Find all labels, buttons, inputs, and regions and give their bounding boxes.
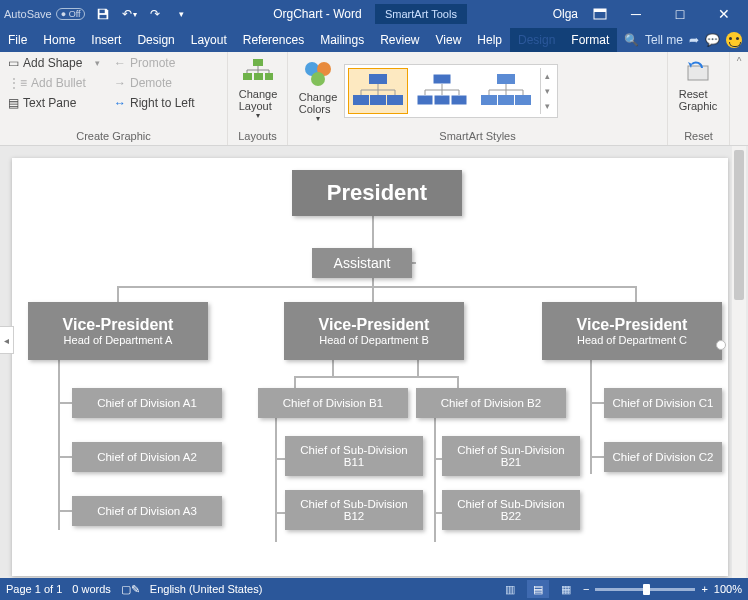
- status-page[interactable]: Page 1 of 1: [6, 583, 62, 595]
- zoom-level[interactable]: 100%: [714, 583, 742, 595]
- tab-smartart-design[interactable]: Design: [510, 28, 563, 52]
- tab-view[interactable]: View: [428, 28, 470, 52]
- style-option-3[interactable]: [476, 68, 536, 114]
- save-icon[interactable]: [91, 3, 115, 25]
- group-reset-label: Reset: [672, 128, 725, 145]
- status-language[interactable]: English (United States): [150, 583, 263, 595]
- smiley-feedback-icon[interactable]: [726, 32, 742, 48]
- svg-rect-17: [497, 74, 515, 84]
- qat-customize-icon[interactable]: ▾: [169, 3, 193, 25]
- gallery-scroll-up-icon[interactable]: ▴: [541, 68, 554, 83]
- org-president[interactable]: President: [292, 170, 462, 216]
- proofing-icon[interactable]: ▢✎: [121, 583, 140, 596]
- org-chief-b21[interactable]: Chief of Sun-Division B21: [442, 436, 580, 476]
- autosave-toggle[interactable]: AutoSave ● Off: [4, 8, 85, 20]
- promote-button[interactable]: ←Promote: [110, 54, 222, 72]
- org-vp-a[interactable]: Vice-PresidentHead of Department A: [28, 302, 208, 360]
- gallery-more-icon[interactable]: ▾: [541, 99, 554, 114]
- ribbon-display-icon[interactable]: [588, 3, 612, 25]
- org-chief-b12[interactable]: Chief of Sub-Division B12: [285, 490, 423, 530]
- status-words[interactable]: 0 words: [72, 583, 111, 595]
- org-chief-b11[interactable]: Chief of Sub-Division B11: [285, 436, 423, 476]
- group-layouts-label: Layouts: [232, 128, 283, 145]
- org-chief-b22[interactable]: Chief of Sub-Division B22: [442, 490, 580, 530]
- share-icon[interactable]: ➦: [689, 33, 699, 47]
- chevron-down-icon: ▾: [316, 115, 320, 124]
- tab-layout[interactable]: Layout: [183, 28, 235, 52]
- org-chief-c1[interactable]: Chief of Division C1: [604, 388, 722, 418]
- status-bar: Page 1 of 1 0 words ▢✎ English (United S…: [0, 578, 748, 600]
- chevron-down-icon: ▾: [256, 112, 260, 121]
- chevron-down-icon: ▾: [95, 58, 100, 68]
- tab-file[interactable]: File: [0, 28, 35, 52]
- maximize-button[interactable]: □: [660, 0, 700, 28]
- tab-design[interactable]: Design: [129, 28, 182, 52]
- zoom-slider-thumb[interactable]: [643, 584, 650, 595]
- document-page[interactable]: President Assistant Vice-PresidentHead o…: [12, 158, 728, 576]
- context-tab-label: SmartArt Tools: [375, 4, 467, 24]
- tab-smartart-format[interactable]: Format: [563, 28, 617, 52]
- zoom-out-icon[interactable]: −: [583, 583, 589, 595]
- reset-graphic-icon: [683, 56, 713, 86]
- bullet-icon: ⋮≡: [8, 76, 27, 90]
- comments-icon[interactable]: 💬: [705, 33, 720, 47]
- tab-insert[interactable]: Insert: [83, 28, 129, 52]
- ribbon: ▭Add Shape▾ ⋮≡Add Bullet ▤Text Pane ←Pro…: [0, 52, 748, 146]
- arrow-left-icon: ←: [114, 56, 126, 70]
- add-shape-icon: ▭: [8, 56, 19, 70]
- org-chief-a1[interactable]: Chief of Division A1: [72, 388, 222, 418]
- redo-icon[interactable]: ↷: [143, 3, 167, 25]
- tab-mailings[interactable]: Mailings: [312, 28, 372, 52]
- text-pane-icon: ▤: [8, 96, 19, 110]
- svg-rect-5: [265, 73, 273, 80]
- ribbon-tabs: File Home Insert Design Layout Reference…: [0, 28, 748, 52]
- smartart-handle[interactable]: [716, 340, 726, 350]
- vertical-scrollbar[interactable]: [732, 146, 746, 578]
- zoom-slider[interactable]: [595, 588, 695, 591]
- org-vp-b[interactable]: Vice-PresidentHead of Department B: [284, 302, 464, 360]
- org-chief-a2[interactable]: Chief of Division A2: [72, 442, 222, 472]
- tab-home[interactable]: Home: [35, 28, 83, 52]
- org-assistant[interactable]: Assistant: [312, 248, 412, 278]
- web-layout-icon[interactable]: ▦: [555, 580, 577, 598]
- change-layout-button[interactable]: Change Layout ▾: [232, 54, 284, 123]
- search-icon[interactable]: 🔍: [624, 33, 639, 47]
- org-chief-b1[interactable]: Chief of Division B1: [258, 388, 408, 418]
- add-bullet-button[interactable]: ⋮≡Add Bullet: [4, 74, 104, 92]
- user-name[interactable]: Olga: [553, 7, 578, 21]
- svg-rect-10: [353, 95, 369, 105]
- gallery-scroll-down-icon[interactable]: ▾: [541, 83, 554, 98]
- demote-button[interactable]: →Demote: [110, 74, 222, 92]
- collapse-ribbon-icon[interactable]: ^: [730, 52, 748, 145]
- right-to-left-button[interactable]: ↔Right to Left: [110, 94, 222, 112]
- svg-point-8: [311, 72, 325, 86]
- add-shape-button[interactable]: ▭Add Shape▾: [4, 54, 104, 72]
- tab-references[interactable]: References: [235, 28, 312, 52]
- print-layout-icon[interactable]: ▤: [527, 580, 549, 598]
- org-vp-c[interactable]: Vice-PresidentHead of Department C: [542, 302, 722, 360]
- org-chief-a3[interactable]: Chief of Division A3: [72, 496, 222, 526]
- quick-access-toolbar: ↶▾ ↷ ▾: [91, 3, 193, 25]
- text-pane-button[interactable]: ▤Text Pane: [4, 94, 104, 112]
- change-layout-icon: [243, 56, 273, 86]
- svg-rect-11: [370, 95, 386, 105]
- text-pane-expand-icon[interactable]: ◂: [0, 326, 14, 354]
- zoom-in-icon[interactable]: +: [701, 583, 707, 595]
- style-option-1[interactable]: [348, 68, 408, 114]
- arrow-right-icon: →: [114, 76, 126, 90]
- change-colors-button[interactable]: Change Colors ▾: [292, 57, 344, 126]
- style-option-2[interactable]: [412, 68, 472, 114]
- undo-icon[interactable]: ↶▾: [117, 3, 141, 25]
- tell-me-input[interactable]: Tell me: [645, 33, 683, 47]
- reset-graphic-button[interactable]: Reset Graphic: [672, 54, 724, 114]
- tab-review[interactable]: Review: [372, 28, 427, 52]
- minimize-button[interactable]: ─: [616, 0, 656, 28]
- close-button[interactable]: ✕: [704, 0, 744, 28]
- svg-rect-9: [369, 74, 387, 84]
- scrollbar-thumb[interactable]: [734, 150, 744, 300]
- org-chart[interactable]: President Assistant Vice-PresidentHead o…: [22, 170, 718, 564]
- read-mode-icon[interactable]: ▥: [499, 580, 521, 598]
- tab-help[interactable]: Help: [469, 28, 510, 52]
- org-chief-c2[interactable]: Chief of Division C2: [604, 442, 722, 472]
- org-chief-b2[interactable]: Chief of Division B2: [416, 388, 566, 418]
